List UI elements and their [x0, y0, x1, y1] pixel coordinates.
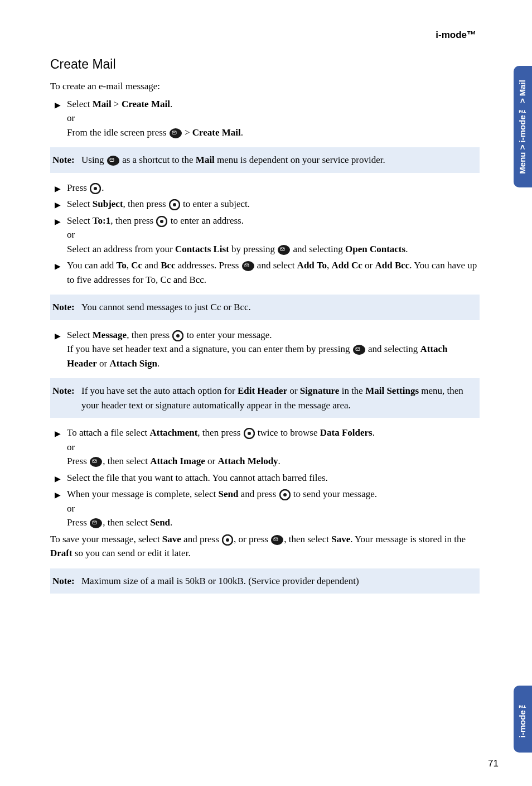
text: Press: [67, 182, 89, 193]
text: , then select: [284, 534, 331, 544]
center-key-icon: [244, 428, 255, 439]
note-label: Note:: [52, 153, 81, 167]
text: From the idle screen press: [67, 127, 169, 138]
or-text: or: [67, 111, 480, 126]
text: as a shortcut to the: [120, 155, 196, 165]
text: and press: [238, 489, 278, 499]
bullet-icon: ▶: [55, 471, 67, 485]
text: >: [112, 99, 122, 109]
step-to-address: ▶ Select To:1, then press to enter an ad…: [55, 214, 480, 257]
step-press-center: ▶ Press .: [55, 181, 480, 195]
mail-key-icon: [353, 345, 365, 355]
mail-key-icon: [90, 457, 102, 467]
text: . Your message is stored in the: [350, 534, 466, 544]
text: When your message is complete, select: [67, 489, 218, 499]
contacts-list: Contacts List: [175, 244, 229, 254]
text: To attach a file select: [67, 427, 149, 438]
note-cc-bcc-only: Note: You cannot send messages to just C…: [50, 295, 480, 320]
text: Select: [67, 99, 93, 109]
save-text: To save your message, select Save and pr…: [50, 532, 480, 561]
note-max-size: Note: Maximum size of a mail is 50kB or …: [50, 568, 480, 594]
page-number: 71: [488, 756, 499, 771]
edit-header: Edit Header: [238, 385, 287, 396]
text: and press: [181, 534, 221, 544]
send: Send: [218, 489, 238, 499]
field-bcc: Bcc: [161, 260, 175, 271]
field-to: To: [116, 260, 126, 271]
text: to enter your message.: [184, 330, 272, 340]
bullet-icon: ▶: [55, 487, 67, 501]
text: .: [170, 99, 172, 109]
note-shortcut: Note: Using as a shortcut to the Mail me…: [50, 147, 480, 173]
text: , then press: [197, 427, 243, 438]
text: or: [97, 358, 110, 369]
add-bcc: Add Bcc: [375, 260, 409, 271]
side-tab-breadcrumb: Menu > i-mode™ > Mail: [514, 66, 532, 187]
note-label: Note:: [52, 384, 81, 412]
mail-key-icon: [242, 261, 254, 271]
text: Press: [67, 517, 89, 528]
attach-image: Attach Image: [150, 456, 205, 466]
or-text: or: [67, 502, 480, 516]
field-message: Message: [93, 330, 127, 340]
bullet-icon: ▶: [55, 426, 67, 440]
text: .: [170, 517, 172, 528]
signature: Signature: [300, 385, 340, 396]
text: or: [205, 456, 218, 466]
text: .: [373, 427, 375, 438]
bullet-icon: ▶: [55, 214, 67, 228]
open-contacts: Open Contacts: [345, 244, 405, 254]
side-tab-label: Menu > i-mode™ > Mail: [516, 74, 529, 180]
center-key-icon: [172, 330, 183, 341]
text: , then press: [123, 199, 168, 209]
text: , or press: [234, 534, 270, 544]
text: , then press: [110, 215, 156, 226]
text: by pressing: [229, 244, 277, 254]
text: and select: [255, 260, 297, 271]
section-heading: Create Mail: [50, 55, 480, 74]
attach-melody: Attach Melody: [217, 456, 278, 466]
text: To save your message, select: [50, 534, 162, 544]
field-to1: To:1: [93, 215, 110, 226]
text: or: [362, 260, 375, 271]
attach-sign: Attach Sign: [110, 358, 157, 369]
side-tab-section: i-mode™: [514, 686, 532, 753]
step-cc-bcc: ▶ You can add To, Cc and Bcc addresses. …: [55, 258, 480, 287]
step-attachment: ▶ To attach a file select Attachment, th…: [55, 426, 480, 469]
text: Select: [67, 199, 93, 209]
center-key-icon: [169, 199, 180, 210]
text: addresses. Press: [176, 260, 241, 271]
text: ,: [127, 260, 132, 271]
field-subject: Subject: [93, 199, 123, 209]
text: Press: [67, 456, 89, 466]
note-label: Note:: [52, 300, 81, 315]
note-auto-attach: Note: If you have set the auto attach op…: [50, 378, 480, 418]
text: or: [287, 385, 300, 396]
text: and selecting: [366, 344, 420, 354]
text: Select an address from your: [67, 244, 175, 254]
text: to enter a subject.: [181, 199, 250, 209]
note-text: You cannot send messages to just Cc or B…: [81, 300, 474, 315]
mail-key-icon: [278, 245, 290, 255]
text: menu is dependent on your service provid…: [215, 155, 385, 165]
mail-key-icon: [271, 535, 283, 545]
side-tab-label: i-mode™: [516, 695, 529, 743]
text: twice to browse: [255, 427, 320, 438]
text: to send your message.: [291, 489, 377, 499]
mail-key-icon: [170, 128, 182, 138]
mail-settings: Mail Settings: [365, 385, 419, 396]
menu-mail: Mail: [196, 155, 215, 165]
text: in the: [339, 385, 365, 396]
bullet-icon: ▶: [55, 328, 67, 342]
text: , then select: [103, 456, 150, 466]
text: Using: [81, 155, 107, 165]
text: Select: [67, 215, 93, 226]
menu-mail: Mail: [93, 99, 112, 109]
step-send: ▶ When your message is complete, select …: [55, 487, 480, 530]
note-text: Maximum size of a mail is 50kB or 100kB.…: [81, 574, 474, 589]
menu-create-mail: Create Mail: [122, 99, 170, 109]
step-select-create-mail: ▶ Select Mail > Create Mail. or From the…: [55, 97, 480, 140]
attachment: Attachment: [149, 427, 197, 438]
add-to: Add To: [297, 260, 327, 271]
text: .: [157, 358, 159, 369]
